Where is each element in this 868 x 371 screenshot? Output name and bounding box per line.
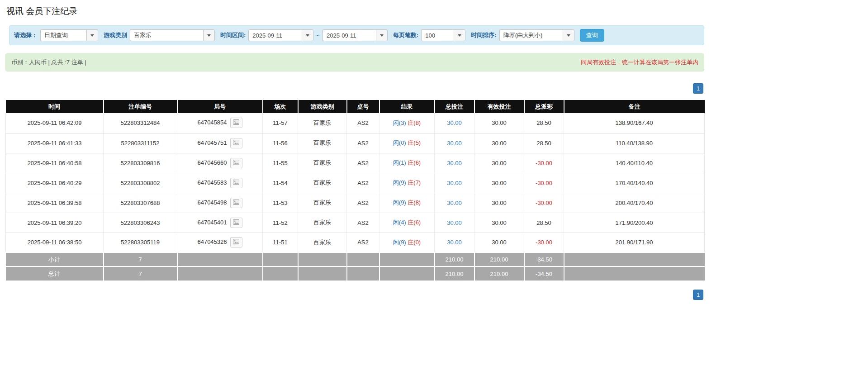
round-media-button[interactable] (230, 198, 242, 208)
total-label: 总计 (6, 266, 104, 281)
table-no-value: AS2 (357, 180, 369, 186)
total-bet-link[interactable]: 30.00 (447, 119, 462, 126)
cell-remark: 138.90/167.40 (564, 113, 705, 133)
cell-valid-bet: 30.00 (474, 133, 524, 153)
query-type-input[interactable] (40, 29, 86, 41)
page-size-dropdown-button[interactable] (454, 29, 465, 41)
round-media-button[interactable] (230, 218, 242, 228)
subtotal-valid-bet: 210.00 (474, 252, 524, 266)
round-no-value: 647045751 (197, 139, 227, 146)
cell-round-no: 647045498 (177, 193, 263, 213)
filter-bar: 请选择： 游戏类别 时间区间: ~ 每页笔数: 时间排序: (9, 25, 704, 45)
cell-valid-bet: 30.00 (474, 153, 524, 173)
page-size-input[interactable] (421, 29, 454, 41)
cell-remark: 171.90/200.40 (564, 213, 705, 233)
empty-cell (564, 252, 705, 266)
remark-value: 201.90/171.90 (615, 239, 653, 246)
result-banker: 庄(7) (408, 179, 421, 186)
header-game-type: 游戏类别 (298, 100, 347, 113)
cell-valid-bet: 30.00 (474, 213, 524, 233)
game-type-input[interactable] (130, 29, 203, 41)
bet-no-value: 522803312484 (121, 119, 160, 126)
result-banker: 庄(8) (408, 119, 421, 126)
result-banker: 庄(0) (408, 239, 421, 246)
cell-session: 11-55 (263, 153, 298, 173)
round-media-button[interactable] (230, 158, 242, 168)
header-time: 时间 (6, 100, 104, 113)
round-media-button[interactable] (230, 178, 242, 188)
game-type-dropdown-button[interactable] (203, 29, 215, 41)
sort-input[interactable] (499, 29, 563, 41)
cell-bet-no: 522803309816 (104, 153, 177, 173)
table-row: 2025-09-11 06:41:33522803311152647045751… (6, 133, 705, 153)
date-from-input[interactable] (248, 29, 302, 41)
cell-round-no: 647045401 (177, 213, 263, 233)
header-table-no: 桌号 (347, 100, 379, 113)
cell-session: 11-56 (263, 133, 298, 153)
cell-session: 11-52 (263, 213, 298, 233)
total-bet-link[interactable]: 30.00 (447, 160, 462, 166)
cell-time: 2025-09-11 06:40:58 (6, 153, 104, 173)
header-round-no: 局号 (177, 100, 263, 113)
cell-time: 2025-09-11 06:42:09 (6, 113, 104, 133)
result-banker: 庄(6) (408, 219, 421, 226)
pagination-page-1[interactable]: 1 (693, 290, 703, 300)
result-player: 闲(9) (393, 199, 406, 206)
result-banker: 庄(5) (408, 139, 421, 146)
remark-value: 171.90/200.40 (615, 219, 653, 226)
empty-cell (263, 266, 298, 281)
total-bet-link[interactable]: 30.00 (447, 200, 462, 206)
cell-valid-bet: 30.00 (474, 173, 524, 193)
cell-result: 闲(9) 庄(0) (379, 233, 435, 252)
cell-table-no: AS2 (347, 173, 379, 193)
result-player: 闲(0) (393, 139, 406, 146)
round-no-value: 647045326 (197, 238, 227, 245)
summary-bar: 币别：人民币 | 总共 :7 注单 | 同局有效投注，统一计算在该局第一张注单内 (5, 53, 704, 71)
round-media-button[interactable] (230, 118, 242, 128)
chevron-down-icon (458, 34, 461, 37)
round-media-button[interactable] (230, 138, 242, 148)
remark-value: 200.40/170.40 (615, 200, 653, 206)
query-type-dropdown-button[interactable] (86, 29, 98, 41)
cell-time: 2025-09-11 06:40:29 (6, 173, 104, 193)
time-value: 2025-09-11 06:38:50 (28, 239, 82, 246)
bet-no-value: 522803309816 (121, 160, 160, 166)
table-footer: 小计 7 210.00 210.00 -34.50 总计 7 (6, 252, 705, 281)
cell-time: 2025-09-11 06:39:20 (6, 213, 104, 233)
video-icon (233, 140, 239, 147)
session-value: 11-53 (273, 200, 287, 206)
sort-label: 时间排序: (471, 31, 496, 39)
round-media-button[interactable] (230, 237, 242, 247)
date-from-dropdown-button[interactable] (302, 29, 313, 41)
date-to-input[interactable] (323, 29, 376, 41)
payout-value: -30.00 (536, 200, 552, 206)
time-value: 2025-09-11 06:39:58 (28, 200, 82, 206)
pagination-bottom: 1 (5, 290, 703, 300)
page: 视讯 会员下注纪录 请选择： 游戏类别 时间区间: ~ 每页笔数: 时间排序: (5, 0, 704, 300)
sort-dropdown-button[interactable] (563, 29, 574, 41)
game-type-value: 百家乐 (313, 219, 331, 226)
total-payout: -34.50 (524, 266, 564, 281)
cell-game-type: 百家乐 (298, 233, 347, 252)
total-bet-link[interactable]: 30.00 (447, 180, 462, 186)
date-to-dropdown-button[interactable] (376, 29, 388, 41)
total-bet-link[interactable]: 30.00 (447, 239, 462, 246)
total-bet-link[interactable]: 30.00 (447, 219, 462, 226)
cell-game-type: 百家乐 (298, 133, 347, 153)
select-label: 请选择： (14, 31, 38, 39)
pagination-page-1[interactable]: 1 (693, 83, 703, 94)
game-type-value: 百家乐 (313, 179, 331, 186)
total-bet-link[interactable]: 30.00 (447, 140, 462, 147)
table-row: 2025-09-11 06:40:58522803309816647045660… (6, 153, 705, 173)
remark-value: 138.90/167.40 (615, 119, 653, 126)
table-row: 2025-09-11 06:40:29522803308802647045583… (6, 173, 705, 193)
video-icon (233, 160, 239, 166)
payout-value: -30.00 (536, 180, 552, 186)
summary-notice: 同局有效投注，统一计算在该局第一张注单内 (581, 58, 698, 67)
sort-combo (499, 29, 574, 41)
search-button[interactable]: 查询 (580, 29, 604, 42)
cell-round-no: 647045854 (177, 113, 263, 133)
session-value: 11-52 (273, 219, 287, 226)
total-total-bet: 210.00 (435, 266, 474, 281)
summary-currency-count: 币别：人民币 | 总共 :7 注单 | (11, 58, 86, 67)
